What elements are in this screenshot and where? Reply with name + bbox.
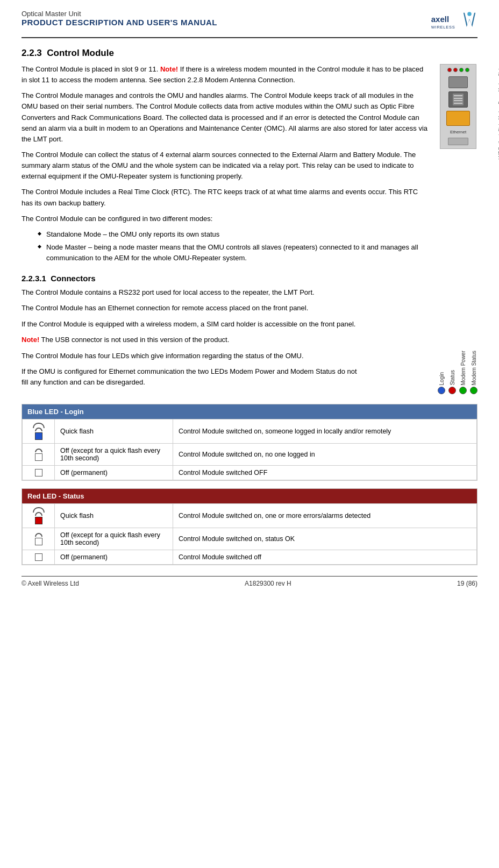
led-modem-status bbox=[465, 68, 469, 72]
small-arc-red bbox=[35, 533, 42, 537]
svg-point-3 bbox=[467, 12, 472, 16]
ethernet-connector bbox=[446, 111, 470, 126]
pin-3 bbox=[454, 100, 462, 101]
led-label-login: Login bbox=[438, 372, 445, 394]
led-red-sq bbox=[35, 517, 42, 524]
footer-page: 19 (86) bbox=[457, 580, 477, 587]
led-off-sq-1 bbox=[35, 453, 42, 461]
blue-led-table: Quick flash Control Module switched on, … bbox=[22, 419, 477, 480]
pin-1 bbox=[454, 95, 462, 96]
page-header: Optical Master Unit PRODUCT DESCRIPTION … bbox=[22, 10, 477, 38]
led-icon-off-except-1 bbox=[23, 444, 55, 466]
red-led-table-wrapper: Red LED - Status Quick flash Control Mod… bbox=[22, 488, 477, 565]
footer-doc-number: A1829300 rev H bbox=[245, 580, 291, 587]
control-module-diagram: Ethernet Modem Status Modem Power Status… bbox=[439, 64, 477, 266]
led-intro-p1: The Control Module has four LEDs which g… bbox=[22, 351, 361, 361]
blue-led-table-wrapper: Blue LED - Login Quick flash Control Mod… bbox=[22, 404, 477, 481]
red-led-table: Quick flash Control Module switched on, … bbox=[22, 503, 477, 565]
table-row: Off (except for a quick flash every 10th… bbox=[23, 528, 477, 550]
led-off-perm-sq-1 bbox=[35, 469, 42, 476]
header-bottom-line: PRODUCT DESCRIPTION AND USER'S MANUAL bbox=[22, 18, 217, 27]
table-row: Quick flash Control Module switched on, … bbox=[23, 504, 477, 528]
page-footer: © Axell Wireless Ltd A1829300 rev H 19 (… bbox=[22, 576, 477, 587]
module-diagram-panel: Ethernet bbox=[440, 64, 476, 149]
led-modem-power-dot bbox=[459, 387, 467, 394]
led-label-modem-power: Modem Power bbox=[459, 351, 467, 394]
lmt-port-connector bbox=[448, 91, 468, 108]
logo-area: axell WIRELESS bbox=[429, 10, 477, 34]
off-perm-label-2: Off (permanent) bbox=[55, 550, 173, 565]
quick-flash-desc-2: Control Module switched on, one or more … bbox=[173, 504, 477, 528]
connectors-p1: The Control Module contains a RS232 port… bbox=[22, 287, 477, 298]
ethernet-label: Ethernet bbox=[450, 130, 466, 134]
paragraph-4: The Control Module includes a Real Time … bbox=[22, 187, 429, 208]
lmt-inner bbox=[453, 94, 464, 105]
connectors-p4: Note! The USB connector is not used in t… bbox=[22, 335, 477, 345]
pin-4 bbox=[454, 103, 462, 104]
led-modem-power bbox=[459, 68, 464, 72]
led-icon-off-perm-2 bbox=[23, 550, 55, 565]
list-item-standalone: Standalone Mode – the OMU only reports i… bbox=[38, 229, 429, 240]
main-text: The Control Module is placed in slot 9 o… bbox=[22, 64, 429, 266]
led-label-status: Status bbox=[448, 370, 456, 394]
red-led-header: Red LED - Status bbox=[22, 489, 477, 503]
led-icon-off-except-2 bbox=[23, 528, 55, 550]
led-login-text: Login bbox=[439, 372, 445, 385]
off-except-label-2: Off (except for a quick flash every 10th… bbox=[55, 528, 173, 550]
led-modem-status-text: Modem Status bbox=[471, 351, 477, 385]
table-row: Off (except for a quick flash every 10th… bbox=[23, 444, 477, 466]
paragraph-2: The Control Module manages and controls … bbox=[22, 90, 429, 145]
led-modem-status-dot bbox=[470, 387, 477, 394]
connectors-p3: If the Control Module is equipped with a… bbox=[22, 319, 477, 330]
note-highlight-2: Note! bbox=[22, 336, 39, 344]
pin-2 bbox=[454, 98, 462, 99]
subsection-connectors-title: 2.2.3.1 Connectors bbox=[22, 274, 477, 283]
note-highlight-1: Note! bbox=[160, 65, 178, 73]
led-login bbox=[447, 68, 452, 72]
list-item-node-master: Node Master – being a node master means … bbox=[38, 242, 429, 263]
off-except-label-1: Off (except for a quick flash every 10th… bbox=[55, 444, 173, 466]
blue-led-header: Blue LED - Login bbox=[22, 404, 477, 419]
led-row-top bbox=[447, 68, 469, 72]
led-label-modem-status: Modem Status bbox=[470, 351, 477, 394]
off-except-desc-2: Control Module switched on, status OK bbox=[173, 528, 477, 550]
table-row: Off (permanent) Control Module switched … bbox=[23, 466, 477, 480]
quick-flash-desc-1: Control Module switched on, someone logg… bbox=[173, 419, 477, 444]
header-titles: Optical Master Unit PRODUCT DESCRIPTION … bbox=[22, 10, 217, 27]
led-off-sq-2 bbox=[35, 538, 42, 545]
quick-flash-label-1: Quick flash bbox=[55, 419, 173, 444]
small-arc bbox=[35, 449, 42, 452]
led-icon-cell-red bbox=[23, 504, 55, 528]
sim-slot bbox=[448, 138, 468, 145]
paragraph-5: The Control Module can be configured in … bbox=[22, 214, 429, 224]
led-blue-sq bbox=[35, 432, 42, 440]
footer-copyright: © Axell Wireless Ltd bbox=[22, 580, 79, 587]
led-modem-power-text: Modem Power bbox=[460, 351, 466, 385]
off-perm-desc-2: Control Module switched off bbox=[173, 550, 477, 565]
svg-text:axell: axell bbox=[431, 15, 449, 24]
connector-block bbox=[448, 76, 468, 88]
led-intro-text: The Control Module has four LEDs which g… bbox=[22, 351, 361, 393]
led-status-text: Status bbox=[450, 370, 455, 385]
off-perm-label-1: Off (permanent) bbox=[55, 466, 173, 480]
off-perm-desc-1: Control Module switched OFF bbox=[173, 466, 477, 480]
off-except-desc-1: Control Module switched on, no one logge… bbox=[173, 444, 477, 466]
modes-list: Standalone Mode – the OMU only reports i… bbox=[38, 229, 429, 264]
paragraph-1: The Control Module is placed in slot 9 o… bbox=[22, 64, 429, 86]
paragraph-3: The Control Module can collect the statu… bbox=[22, 150, 429, 182]
company-logo: axell WIRELESS bbox=[429, 10, 477, 34]
flash-arc-inner bbox=[35, 428, 42, 431]
header-top-line: Optical Master Unit bbox=[22, 10, 217, 18]
led-off-perm-sq-2 bbox=[35, 553, 42, 561]
quick-flash-label-2: Quick flash bbox=[55, 504, 173, 528]
led-status-dot bbox=[448, 387, 456, 394]
connectors-p2: The Control Module has an Ethernet conne… bbox=[22, 303, 477, 314]
led-intro-p2: If the OMU is configured for Ethernet co… bbox=[22, 366, 361, 388]
led-label-diagram: Login Status Modem Power Modem Status bbox=[370, 351, 477, 396]
led-intro-section: The Control Module has four LEDs which g… bbox=[22, 351, 477, 396]
table-row: Quick flash Control Module switched on, … bbox=[23, 419, 477, 444]
main-content-area: The Control Module is placed in slot 9 o… bbox=[22, 64, 477, 266]
led-login-dot bbox=[438, 387, 445, 394]
flash-arc-inner-red bbox=[35, 512, 42, 516]
section-title: 2.2.3 Control Module bbox=[22, 48, 477, 59]
